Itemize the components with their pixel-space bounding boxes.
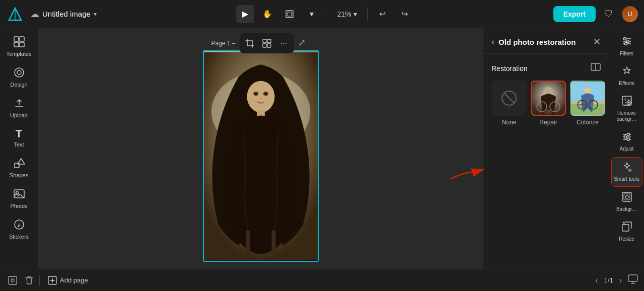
stickers-label: Stickers: [9, 234, 29, 240]
compare-button[interactable]: [591, 62, 601, 75]
previous-page-button[interactable]: ‹: [593, 274, 600, 287]
smart-tools-icon: [622, 162, 632, 174]
next-page-button[interactable]: ›: [617, 274, 624, 287]
right-tool-background[interactable]: Backgr…: [611, 188, 642, 216]
frame-dropdown-button[interactable]: ▾: [303, 5, 321, 23]
repair-thumb: [531, 81, 566, 116]
adjust-label: Adjust: [620, 146, 634, 152]
upload-icon: [14, 98, 25, 110]
svg-point-56: [627, 138, 629, 141]
svg-point-47: [626, 40, 629, 43]
toolbar-center: ▶ ✋ ▾ 21% ▾ ↩ ↪: [101, 5, 549, 23]
sidebar-item-design[interactable]: Design: [3, 63, 35, 92]
svg-rect-2: [286, 11, 293, 18]
svg-rect-14: [263, 39, 266, 43]
sidebar-item-stickers[interactable]: Stickers: [3, 215, 35, 244]
filters-label: Filters: [620, 51, 633, 57]
sidebar-item-upload[interactable]: Upload: [3, 94, 35, 122]
svg-rect-5: [20, 37, 24, 41]
bottom-bar: Add page ‹ 1/1 ›: [0, 269, 644, 291]
panel-title: Old photo restoration: [498, 38, 589, 46]
photo-svg: [204, 51, 318, 261]
page-settings-button[interactable]: [6, 274, 19, 287]
grid-tool-button[interactable]: [259, 35, 275, 51]
templates-icon: [14, 36, 25, 49]
export-button[interactable]: Export: [553, 6, 596, 22]
none-icon: [502, 91, 517, 106]
undo-button[interactable]: ↩: [374, 5, 392, 23]
cloud-save-icon: ☁: [30, 9, 39, 20]
expand-canvas-icon[interactable]: ⤢: [298, 37, 310, 49]
restoration-panel: ‹ Old photo restoration ✕ Restoration: [483, 28, 609, 269]
remove-bg-label: Remove backgr…: [613, 110, 640, 122]
zoom-control[interactable]: 21% ▾: [333, 8, 361, 20]
design-label: Design: [10, 82, 27, 88]
svg-rect-60: [622, 225, 629, 231]
right-sidebar: Filters Effects Remove backgr…: [609, 28, 644, 269]
zoom-level: 21%: [337, 10, 351, 18]
document-title-area: ☁ Untitled image ▾: [30, 9, 97, 20]
add-page-label: Add page: [60, 276, 88, 284]
right-tool-smart-tools[interactable]: Smart tools: [611, 157, 642, 187]
image-canvas[interactable]: [203, 50, 319, 262]
restoration-options: None: [491, 81, 601, 126]
right-tool-adjust[interactable]: Adjust: [611, 127, 642, 156]
svg-point-9: [17, 70, 21, 75]
svg-point-8: [15, 68, 24, 77]
delete-page-button[interactable]: [23, 274, 35, 287]
restoration-option-none[interactable]: None: [491, 81, 527, 126]
svg-rect-4: [14, 37, 19, 41]
right-tool-effects[interactable]: Effects: [611, 62, 642, 91]
user-avatar[interactable]: U: [622, 6, 638, 22]
panel-header: ‹ Old photo restoration ✕: [483, 28, 609, 54]
upload-label: Upload: [10, 112, 28, 118]
svg-point-23: [253, 92, 258, 96]
right-tool-remove-bg[interactable]: Remove backgr…: [611, 92, 642, 126]
add-page-button[interactable]: Add page: [44, 274, 92, 287]
page-toolbar: ···: [240, 33, 294, 53]
restoration-option-colorize[interactable]: Colorize: [570, 81, 605, 126]
panel-back-button[interactable]: ‹: [491, 37, 494, 47]
effects-icon: [622, 66, 632, 79]
frame-tool-button[interactable]: [280, 5, 299, 23]
logo-button[interactable]: [6, 5, 24, 23]
hand-tool-button[interactable]: ✋: [258, 5, 276, 23]
sidebar-item-photos[interactable]: Photos: [3, 184, 35, 213]
design-icon: [14, 67, 25, 80]
smart-tools-label: Smart tools: [614, 176, 639, 182]
resize-icon: [622, 222, 632, 234]
svg-point-21: [247, 81, 274, 113]
crop-tool-button[interactable]: [242, 35, 258, 51]
sidebar-item-text[interactable]: T Text: [3, 124, 35, 152]
shield-icon[interactable]: 🛡: [600, 5, 618, 23]
text-label: Text: [14, 141, 24, 148]
photos-icon: [14, 188, 25, 201]
page-label: Page 1 –: [211, 40, 235, 47]
right-tool-resize[interactable]: Resize: [611, 217, 642, 246]
colorize-preview-image: [571, 82, 604, 115]
sidebar-item-templates[interactable]: Templates: [3, 32, 35, 61]
title-chevron-icon[interactable]: ▾: [94, 11, 97, 18]
header: ☁ Untitled image ▾ ▶ ✋ ▾ 21% ▾ ↩ ↪ Expor…: [0, 0, 644, 28]
canvas-wrapper[interactable]: [38, 28, 483, 269]
panel-close-button[interactable]: ✕: [593, 36, 601, 47]
restoration-option-repair[interactable]: Repair: [531, 81, 566, 126]
svg-rect-7: [20, 42, 24, 47]
svg-point-54: [627, 133, 629, 136]
present-button[interactable]: [628, 274, 638, 286]
toolbar-divider: [327, 7, 327, 21]
svg-point-46: [623, 38, 626, 40]
bottom-right: ‹ 1/1 ›: [593, 274, 638, 287]
more-options-button[interactable]: ···: [276, 35, 292, 51]
header-right: Export 🛡 U: [553, 5, 638, 23]
document-title[interactable]: Untitled image: [42, 10, 91, 18]
remove-bg-icon: [622, 96, 632, 108]
svg-point-62: [11, 279, 14, 282]
right-tool-filters[interactable]: Filters: [611, 32, 642, 61]
sidebar-item-shapes[interactable]: Shapes: [3, 154, 35, 182]
redo-button[interactable]: ↪: [396, 5, 414, 23]
section-title: Restoration: [491, 64, 528, 72]
photos-label: Photos: [10, 203, 27, 209]
select-tool-button[interactable]: ▶: [236, 5, 254, 23]
svg-rect-25: [246, 230, 250, 255]
